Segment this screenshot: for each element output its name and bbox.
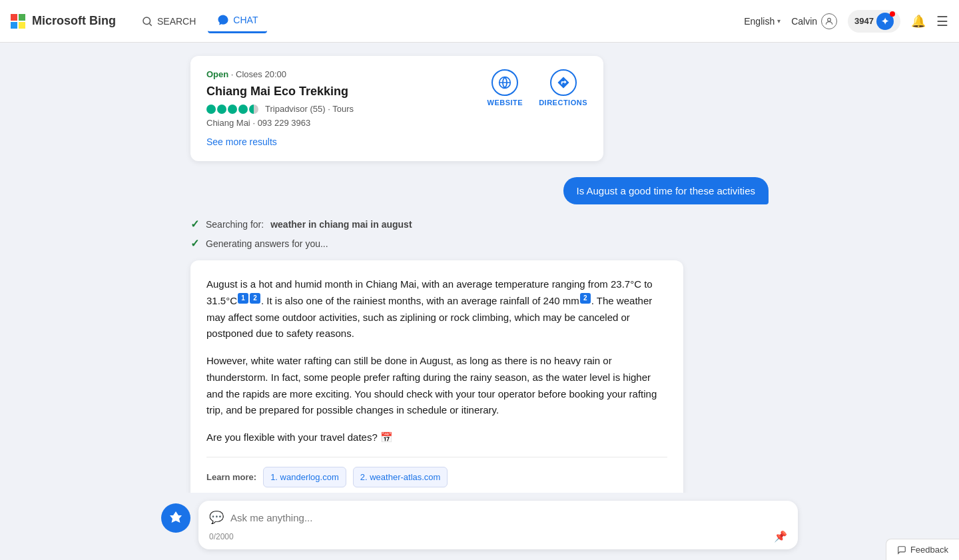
directions-action[interactable]: DIRECTIONS [539, 69, 587, 107]
chat-icon [217, 14, 229, 26]
points-badge[interactable]: 3947 ✦ [848, 10, 900, 33]
search-icon [141, 15, 153, 27]
feedback-button[interactable]: Feedback [886, 539, 959, 560]
chat-label: CHAT [233, 15, 258, 25]
cite-badge-1[interactable]: 1 [238, 293, 248, 304]
logo-squares [11, 14, 25, 29]
learn-more-link-1[interactable]: 1. wanderlog.com [263, 467, 346, 487]
result-card: Open · Closes 20:00 Chiang Mai Eco Trekk… [190, 56, 603, 161]
search-status-2: ✓ Generating answers for you... [190, 237, 769, 250]
user-info[interactable]: Calvin [791, 13, 837, 29]
svg-point-2 [828, 18, 831, 21]
rating-text: Tripadvisor (55) · Tours [265, 104, 354, 114]
response-paragraph-2: However, white water rafting can still b… [206, 353, 667, 419]
svg-line-1 [149, 23, 151, 25]
char-count: 0/2000 [209, 532, 234, 541]
notifications-icon[interactable]: 🔔 [911, 14, 926, 29]
copilot-avatar [161, 503, 190, 533]
input-box: 💬 0/2000 📌 [198, 501, 798, 549]
check-icon-2: ✓ [190, 237, 199, 250]
search-query: weather in chiang mai in august [270, 219, 412, 230]
header-nav: SEARCH CHAT [132, 9, 267, 33]
user-message: Is August a good time for these activiti… [190, 177, 769, 204]
user-bubble: Is August a good time for these activiti… [563, 177, 769, 204]
see-more-link[interactable]: See more results [206, 137, 277, 147]
website-action[interactable]: WEBSITE [487, 69, 523, 107]
category-label: Tours [332, 104, 354, 114]
generating-text: Generating answers for you... [206, 238, 328, 249]
chat-input[interactable] [230, 512, 787, 523]
username: Calvin [791, 16, 817, 27]
learn-more-section: Learn more: 1. wanderlog.com 2. weather-… [206, 457, 667, 487]
header-right: English ▾ Calvin 3947 ✦ 🔔 ☰ [744, 10, 948, 33]
learn-more-label: Learn more: [206, 470, 256, 484]
learn-more-link-2[interactable]: 2. weather-atlas.com [353, 467, 448, 487]
para1-middle: . It is also one of the rainiest months,… [261, 295, 579, 306]
star-rating [206, 105, 260, 114]
card-address: Chiang Mai · 093 229 3963 [206, 118, 587, 128]
feedback-label: Feedback [910, 545, 948, 555]
bing-logo[interactable]: Microsoft Bing [11, 14, 116, 29]
header: Microsoft Bing SEARCH CHAT English ▾ Cal… [0, 0, 959, 43]
menu-icon[interactable]: ☰ [936, 13, 948, 29]
website-label: WEBSITE [487, 99, 523, 107]
pin-icon[interactable]: 📌 [774, 530, 787, 543]
chevron-down-icon: ▾ [777, 17, 781, 25]
input-area: 💬 0/2000 📌 [0, 493, 959, 560]
search-status-1: ✓ Searching for: weather in chiang mai i… [190, 218, 769, 230]
logo-text: Microsoft Bing [32, 14, 116, 28]
card-actions: WEBSITE DIRECTIONS [487, 69, 587, 107]
feedback-icon [897, 545, 906, 555]
nav-chat[interactable]: CHAT [208, 9, 267, 33]
response-card: August is a hot and humid month in Chian… [190, 260, 683, 503]
cite-badge-2[interactable]: 2 [250, 293, 260, 304]
search-label: SEARCH [157, 16, 196, 27]
cite-badge-3[interactable]: 2 [580, 293, 591, 304]
searching-prefix: Searching for: [206, 219, 264, 230]
check-icon-1: ✓ [190, 218, 199, 230]
copilot-icon [168, 510, 184, 526]
response-paragraph-1: August is a hot and humid month in Chian… [206, 276, 667, 342]
website-icon [491, 69, 518, 96]
nav-search[interactable]: SEARCH [132, 10, 205, 33]
input-row: 💬 [209, 510, 787, 525]
rewards-icon: ✦ [876, 13, 894, 30]
input-footer: 0/2000 📌 [209, 530, 787, 543]
main-content: Open · Closes 20:00 Chiang Mai Eco Trekk… [180, 43, 779, 560]
chat-bubble-icon: 💬 [209, 510, 224, 525]
language-text: English [744, 16, 775, 27]
address-text: Chiang Mai [206, 118, 250, 128]
card-closes-time: Closes 20:00 [236, 69, 286, 79]
phone-number: 093 229 3963 [258, 118, 311, 128]
user-avatar [821, 13, 837, 29]
tripadvisor-count: Tripadvisor (55) [265, 104, 326, 114]
svg-point-0 [143, 17, 151, 25]
language-selector[interactable]: English ▾ [744, 16, 781, 27]
directions-label: DIRECTIONS [539, 99, 587, 107]
directions-icon [550, 69, 577, 96]
points-value: 3947 [854, 16, 874, 26]
response-paragraph-3: Are you flexible with your travel dates?… [206, 429, 667, 446]
